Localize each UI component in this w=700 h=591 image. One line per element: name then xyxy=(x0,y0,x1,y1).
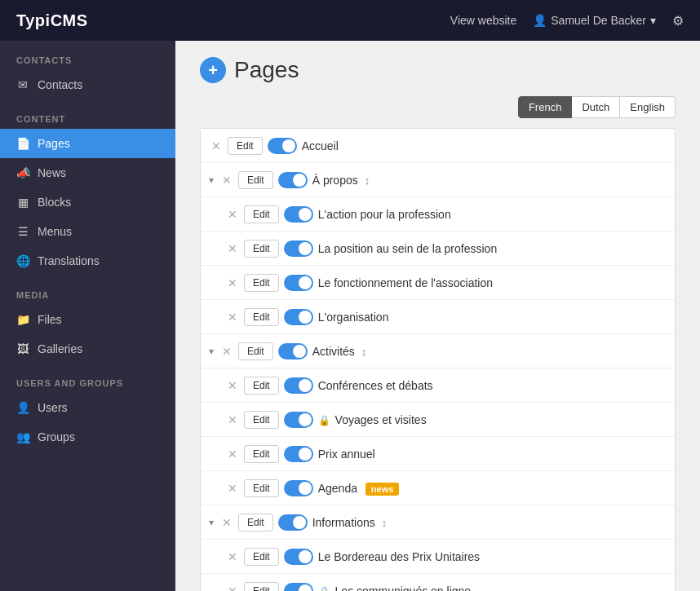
delete-button[interactable]: ✕ xyxy=(225,584,240,592)
toggle-switch[interactable] xyxy=(284,412,313,428)
table-row: ✕ Edit L'organisation xyxy=(201,300,675,334)
chevron-down-icon[interactable]: ▾ xyxy=(209,346,214,357)
toggle-switch[interactable] xyxy=(284,275,313,291)
table-row: ▾ ✕ Edit Informations ↕ xyxy=(201,505,675,540)
chevron-down-icon[interactable]: ▾ xyxy=(209,517,214,528)
toggle-switch[interactable] xyxy=(284,309,313,325)
sidebar-section-content: CONTENT 📄 Pages 📣 News ▦ Blocks ☰ Menus … xyxy=(0,99,175,276)
brand-logo: TypiCMS xyxy=(16,11,88,30)
page-name: Le fonctionnement de l'association xyxy=(318,276,667,289)
sidebar-item-news[interactable]: 📣 News xyxy=(0,158,175,187)
edit-button[interactable]: Edit xyxy=(244,308,279,326)
sidebar-section-contacts: CONTACTS ✉ Contacts xyxy=(0,41,175,99)
edit-button[interactable]: Edit xyxy=(238,171,273,189)
translations-icon: 🌐 xyxy=(16,254,29,267)
toggle-switch[interactable] xyxy=(278,343,308,359)
toggle-switch[interactable] xyxy=(268,138,297,154)
sidebar-label-galleries: Galleries xyxy=(38,342,82,355)
main-content: + Pages French Dutch English ✕ Edit Accu… xyxy=(175,41,700,591)
delete-button[interactable]: ✕ xyxy=(209,139,224,153)
edit-button[interactable]: Edit xyxy=(244,240,279,258)
view-website-link[interactable]: View website xyxy=(450,14,516,27)
table-row: ✕ Edit Agenda news xyxy=(201,471,675,505)
delete-button[interactable]: ✕ xyxy=(225,276,240,290)
topnav-right: View website 👤 Samuel De Backer ▾ ⚙ xyxy=(450,13,684,29)
page-name: Prix annuel xyxy=(318,448,667,461)
sidebar-item-groups[interactable]: 👥 Groups xyxy=(0,422,175,452)
edit-button[interactable]: Edit xyxy=(244,377,279,395)
edit-button[interactable]: Edit xyxy=(244,548,279,566)
delete-button[interactable]: ✕ xyxy=(225,378,240,393)
table-row: ▾ ✕ Edit Activités ↕ xyxy=(201,334,675,368)
edit-button[interactable]: Edit xyxy=(244,582,279,592)
delete-button[interactable]: ✕ xyxy=(225,549,240,564)
sidebar-item-users[interactable]: 👤 Users xyxy=(0,393,175,422)
edit-button[interactable]: Edit xyxy=(244,479,279,497)
row-controls: ✕ Edit xyxy=(225,205,279,223)
row-controls: ✕ Edit xyxy=(225,240,279,258)
toggle-switch[interactable] xyxy=(284,206,313,223)
sidebar: CONTACTS ✉ Contacts CONTENT 📄 Pages 📣 Ne… xyxy=(0,41,175,591)
section-label-users-groups: USERS AND GROUPS xyxy=(0,364,175,393)
edit-button[interactable]: Edit xyxy=(228,137,263,155)
toggle-switch[interactable] xyxy=(284,446,313,462)
toggle-switch[interactable] xyxy=(284,240,313,257)
section-label-content: CONTENT xyxy=(0,99,175,129)
add-page-button[interactable]: + xyxy=(200,57,226,83)
toggle-switch[interactable] xyxy=(284,480,313,496)
chevron-down-icon[interactable]: ▾ xyxy=(209,174,214,186)
table-row: ✕ Edit La position au sein de la profess… xyxy=(201,232,675,266)
sidebar-item-files[interactable]: 📁 Files xyxy=(0,305,175,334)
table-row: ✕ Edit L'action pour la profession xyxy=(201,197,675,232)
sidebar-item-blocks[interactable]: ▦ Blocks xyxy=(0,187,175,217)
lang-tab-french[interactable]: French xyxy=(518,96,572,118)
sidebar-item-galleries[interactable]: 🖼 Galleries xyxy=(0,334,175,364)
page-name: 🔒 Les communiqués en ligne xyxy=(318,584,667,592)
username-label: Samuel De Backer xyxy=(551,14,646,27)
page-name: Le Bordereau des Prix Unitaires xyxy=(318,550,667,563)
page-name: L'action pour la profession xyxy=(318,208,667,221)
sidebar-label-users: Users xyxy=(38,401,68,414)
lang-tab-dutch[interactable]: Dutch xyxy=(572,96,620,118)
sidebar-item-translations[interactable]: 🌐 Translations xyxy=(0,246,175,276)
sidebar-label-contacts: Contacts xyxy=(38,78,82,91)
menus-icon: ☰ xyxy=(16,225,29,238)
edit-button[interactable]: Edit xyxy=(238,342,273,360)
delete-button[interactable]: ✕ xyxy=(225,241,240,256)
delete-button[interactable]: ✕ xyxy=(225,481,240,496)
plus-icon: + xyxy=(208,62,218,78)
sidebar-label-files: Files xyxy=(38,313,62,326)
page-name: Conférences et débats xyxy=(318,379,667,392)
delete-button[interactable]: ✕ xyxy=(225,310,240,324)
page-name: Accueil xyxy=(302,139,667,152)
table-row: ✕ Edit Conférences et débats xyxy=(201,368,675,403)
lang-tab-english[interactable]: English xyxy=(620,96,676,118)
edit-button[interactable]: Edit xyxy=(244,445,279,463)
toggle-switch[interactable] xyxy=(278,514,308,531)
gear-icon[interactable]: ⚙ xyxy=(672,13,684,29)
delete-button[interactable]: ✕ xyxy=(225,207,240,222)
delete-button[interactable]: ✕ xyxy=(225,412,240,427)
delete-button[interactable]: ✕ xyxy=(219,173,234,187)
sidebar-item-menus[interactable]: ☰ Menus xyxy=(0,217,175,246)
chevron-down-icon: ▾ xyxy=(650,14,656,27)
toggle-switch[interactable] xyxy=(284,377,313,394)
user-menu[interactable]: 👤 Samuel De Backer ▾ xyxy=(533,14,656,27)
edit-button[interactable]: Edit xyxy=(238,514,273,531)
edit-button[interactable]: Edit xyxy=(244,205,279,223)
delete-button[interactable]: ✕ xyxy=(219,344,234,359)
sidebar-item-contacts[interactable]: ✉ Contacts xyxy=(0,70,175,99)
page-name: Activités ↕ xyxy=(312,345,667,358)
pages-icon: 📄 xyxy=(16,137,29,150)
toggle-switch[interactable] xyxy=(284,549,313,565)
delete-button[interactable]: ✕ xyxy=(219,515,234,530)
delete-button[interactable]: ✕ xyxy=(225,447,240,461)
toggle-switch[interactable] xyxy=(278,172,308,188)
lock-icon: 🔒 xyxy=(318,415,330,426)
edit-button[interactable]: Edit xyxy=(244,274,279,292)
files-icon: 📁 xyxy=(16,313,29,326)
toggle-switch[interactable] xyxy=(284,583,313,592)
edit-button[interactable]: Edit xyxy=(244,411,279,429)
sidebar-item-pages[interactable]: 📄 Pages xyxy=(0,129,175,158)
table-row: ✕ Edit Le fonctionnement de l'associatio… xyxy=(201,266,675,300)
